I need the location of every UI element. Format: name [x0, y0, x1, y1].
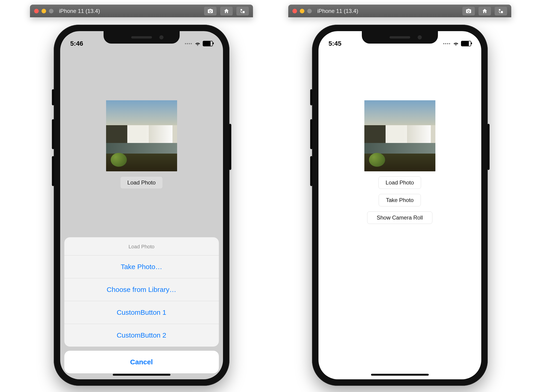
simulator-window-left: iPhone 11 (13.4) [30, 5, 253, 386]
home-button[interactable] [479, 7, 491, 15]
rotate-button[interactable] [495, 7, 507, 15]
zoom-window-icon[interactable] [307, 9, 312, 13]
home-button[interactable] [220, 7, 233, 15]
action-sheet-title: Load Photo [64, 237, 219, 255]
rotate-button[interactable] [236, 7, 249, 15]
front-camera-icon [418, 35, 422, 39]
front-camera-icon [159, 35, 164, 39]
close-window-icon[interactable] [292, 9, 297, 13]
window-title: iPhone 11 (13.4) [59, 8, 100, 14]
device-screen[interactable]: 5:46 •••• Load Photo [60, 31, 223, 379]
status-time: 5:45 [329, 40, 342, 47]
window-titlebar[interactable]: iPhone 11 (13.4) [30, 5, 253, 17]
battery-icon [461, 41, 471, 46]
action-choose-library[interactable]: Choose from Library… [64, 278, 219, 301]
take-photo-button[interactable]: Take Photo [379, 194, 421, 206]
traffic-lights [292, 9, 312, 13]
window-title: iPhone 11 (13.4) [317, 8, 358, 14]
zoom-window-icon[interactable] [49, 9, 54, 13]
volume-up-button[interactable] [52, 119, 54, 149]
action-take-photo[interactable]: Take Photo… [64, 255, 219, 278]
mute-switch[interactable] [52, 89, 54, 105]
close-window-icon[interactable] [34, 9, 39, 13]
status-time: 5:46 [70, 40, 83, 47]
device-notch [362, 31, 438, 44]
home-icon [482, 8, 488, 14]
traffic-lights [34, 9, 54, 13]
camera-icon [207, 8, 213, 14]
action-sheet: Load Photo Take Photo… Choose from Libra… [64, 237, 219, 373]
minimize-window-icon[interactable] [300, 9, 304, 13]
action-sheet-group: Load Photo Take Photo… Choose from Libra… [64, 237, 219, 347]
rotate-icon [239, 8, 246, 14]
volume-down-button[interactable] [310, 156, 313, 186]
window-titlebar[interactable]: iPhone 11 (13.4) [288, 5, 511, 17]
action-custom-1[interactable]: CustomButton 1 [64, 301, 219, 324]
simulator-window-right: iPhone 11 (13.4) [288, 5, 511, 386]
speaker-icon [390, 36, 410, 39]
rotate-icon [498, 8, 504, 14]
app-content: Load Photo Take Photo Show Camera Roll [318, 31, 481, 379]
preview-image [364, 100, 435, 171]
device-screen[interactable]: 5:45 •••• Load Photo Take P [318, 31, 481, 379]
volume-up-button[interactable] [310, 119, 313, 149]
wifi-icon [453, 41, 459, 46]
side-button[interactable] [229, 124, 231, 170]
load-photo-button[interactable]: Load Photo [378, 176, 421, 189]
battery-icon [203, 41, 213, 46]
home-indicator[interactable] [371, 374, 429, 376]
screenshot-button[interactable] [204, 7, 217, 15]
show-camera-roll-button[interactable]: Show Camera Roll [367, 212, 432, 224]
mute-switch[interactable] [310, 89, 313, 105]
side-button[interactable] [487, 124, 490, 170]
device-frame: 5:45 •••• Load Photo Take P [312, 25, 488, 386]
screenshot-button[interactable] [462, 7, 475, 15]
cellular-dots-icon: •••• [185, 41, 192, 46]
home-indicator[interactable] [113, 374, 171, 376]
wifi-icon [195, 41, 200, 46]
speaker-icon [131, 36, 152, 39]
minimize-window-icon[interactable] [41, 9, 46, 13]
device-frame: 5:46 •••• Load Photo [54, 25, 229, 386]
camera-icon [465, 8, 472, 14]
cellular-dots-icon: •••• [443, 41, 451, 46]
home-icon [224, 8, 229, 14]
device-notch [103, 31, 180, 44]
volume-down-button[interactable] [52, 156, 54, 186]
action-custom-2[interactable]: CustomButton 2 [64, 324, 219, 347]
action-cancel[interactable]: Cancel [64, 351, 219, 373]
